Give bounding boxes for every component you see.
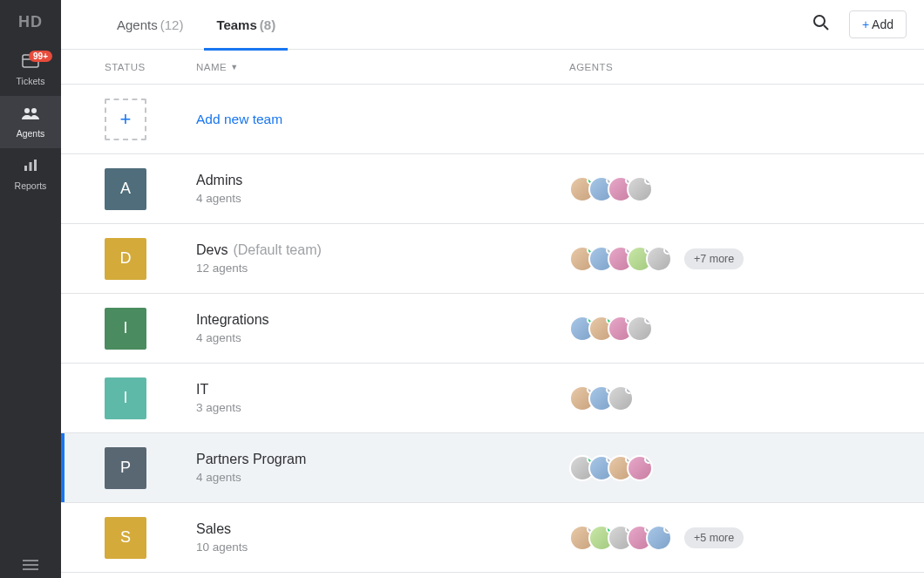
status-dot-offline [625, 385, 634, 394]
team-row[interactable]: AAdmins4 agents [61, 154, 924, 224]
team-agent-count: 10 agents [196, 541, 569, 554]
svg-rect-3 [24, 166, 27, 171]
team-row[interactable]: SSales10 agents+5 more [61, 503, 924, 573]
agent-avatar [646, 525, 672, 551]
team-agent-count: 4 agents [196, 331, 569, 344]
column-name-label: NAME [196, 62, 227, 72]
sidebar-item-label: Reports [15, 180, 47, 191]
team-name: Partners Program [196, 452, 569, 467]
tab-agents[interactable]: Agents (12) [105, 0, 195, 50]
agent-avatar [646, 246, 672, 272]
avatar-group [569, 525, 672, 551]
sort-descending-icon: ▼ [230, 63, 238, 71]
agent-avatar [627, 316, 653, 342]
sidebar-item-label: Tickets [17, 76, 45, 86]
tab-label: Agents [117, 17, 158, 32]
add-new-team-row[interactable]: + Add new team [61, 85, 924, 154]
tabs-header: Agents (12) Teams (8) +Add [61, 0, 924, 50]
avatar-group [569, 246, 672, 272]
sidebar-item-reports[interactable]: Reports [0, 148, 61, 201]
hamburger-icon[interactable] [0, 552, 61, 578]
team-avatar: P [105, 447, 146, 489]
status-dot-offline [644, 455, 653, 464]
team-agent-count: 12 agents [196, 262, 569, 275]
team-name: Devs(Default team) [196, 242, 569, 258]
team-agent-count: 3 agents [196, 401, 569, 414]
svg-rect-5 [34, 160, 37, 171]
reports-icon [23, 159, 38, 177]
avatar-group [569, 316, 653, 342]
team-name: Integrations [196, 312, 569, 328]
agent-avatar [608, 385, 634, 411]
svg-point-1 [24, 108, 30, 113]
column-name[interactable]: NAME ▼ [196, 62, 569, 72]
tab-count: (8) [260, 17, 275, 32]
status-dot-offline [663, 525, 672, 534]
column-agents[interactable]: AGENTS [569, 62, 880, 72]
tab-teams[interactable]: Teams (8) [204, 0, 288, 50]
team-name: Sales [196, 521, 569, 537]
plus-icon: + [862, 17, 869, 31]
sidebar-item-agents[interactable]: Agents [0, 96, 61, 148]
tab-count: (12) [160, 17, 184, 32]
svg-point-2 [31, 108, 37, 113]
team-avatar: I [105, 377, 146, 419]
team-avatar: D [105, 238, 146, 280]
team-avatar: A [105, 168, 146, 210]
brand-logo: HD [0, 0, 61, 44]
status-dot-offline [644, 176, 653, 185]
more-agents-pill[interactable]: +7 more [684, 248, 744, 269]
team-avatar: I [105, 308, 146, 350]
team-avatar: S [105, 517, 146, 559]
avatar-group [569, 455, 653, 481]
team-row[interactable]: IIT3 agents [61, 364, 924, 433]
column-headers: STATUS NAME ▼ AGENTS [61, 50, 924, 85]
search-icon [812, 14, 830, 35]
agent-avatar [627, 455, 653, 481]
svg-point-6 [814, 16, 825, 26]
team-name: IT [196, 382, 569, 398]
team-agent-count: 4 agents [196, 192, 569, 205]
more-agents-pill[interactable]: +5 more [684, 527, 744, 548]
sidebar: HD 99+ Tickets Agents Reports [0, 0, 61, 578]
tickets-badge: 99+ [29, 51, 52, 62]
add-button-label: Add [872, 17, 893, 31]
add-team-icon: + [105, 99, 146, 140]
column-status[interactable]: STATUS [105, 62, 196, 72]
avatar-group [569, 385, 634, 411]
main-content: Agents (12) Teams (8) +Add STATUS NAME ▼ [61, 0, 924, 578]
team-agent-count: 4 agents [196, 471, 569, 484]
status-dot-offline [663, 246, 672, 255]
team-name: Admins [196, 173, 569, 188]
avatar-group [569, 176, 653, 202]
tab-label: Teams [216, 17, 256, 32]
sidebar-item-tickets[interactable]: 99+ Tickets [0, 44, 61, 96]
svg-rect-4 [30, 162, 32, 171]
status-dot-offline [644, 316, 653, 324]
team-row[interactable]: PPartners Program4 agents [61, 433, 924, 503]
add-new-team-label: Add new team [196, 112, 569, 127]
add-button[interactable]: +Add [849, 10, 907, 38]
team-rows: + Add new team AAdmins4 agentsDDevs(Defa… [61, 85, 924, 573]
agent-avatar [627, 176, 653, 202]
search-button[interactable] [804, 7, 839, 42]
sidebar-item-label: Agents [17, 128, 45, 139]
default-team-tag: (Default team) [233, 242, 321, 258]
team-row[interactable]: DDevs(Default team)12 agents+7 more [61, 224, 924, 294]
agents-icon [21, 106, 40, 125]
team-row[interactable]: IIntegrations4 agents [61, 294, 924, 364]
